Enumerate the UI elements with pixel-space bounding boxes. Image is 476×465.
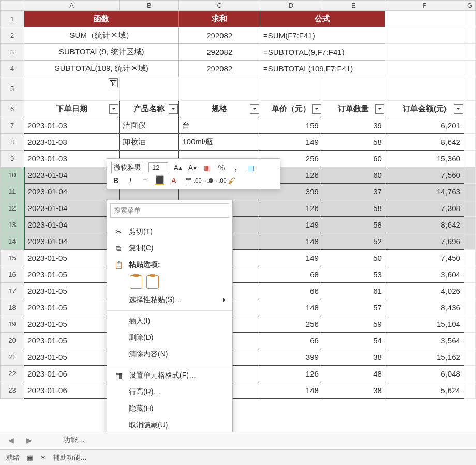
row-10[interactable]: 10 bbox=[1, 167, 24, 184]
col-G[interactable]: G bbox=[464, 1, 475, 11]
row-6[interactable]: 6 bbox=[1, 101, 24, 117]
col-C[interactable]: C bbox=[179, 1, 260, 11]
menu-copy[interactable]: ⧉ 复制(C) bbox=[107, 240, 232, 257]
col-F[interactable]: F bbox=[385, 1, 464, 11]
row-21[interactable]: 21 bbox=[1, 349, 24, 366]
filter-icon[interactable] bbox=[109, 78, 118, 87]
fill-color-icon[interactable]: ⬛ bbox=[155, 176, 164, 185]
row-22[interactable]: 22 bbox=[1, 366, 24, 382]
menu-cut[interactable]: ✂ 剪切(T) bbox=[107, 223, 232, 240]
grow-font-icon[interactable]: A▴ bbox=[173, 163, 183, 172]
paste-option-2-icon[interactable] bbox=[146, 275, 159, 289]
filter-amount[interactable] bbox=[454, 104, 463, 114]
table-row[interactable]: 172023-01-0566614,026 bbox=[1, 283, 476, 299]
table-row[interactable]: 222023-01-06126486,048 bbox=[1, 366, 476, 382]
table-row[interactable]: 72023-01-03洁面仪台159396,201 bbox=[1, 117, 476, 134]
table-row[interactable]: 192023-01-052565915,104 bbox=[1, 316, 476, 333]
row-16[interactable]: 16 bbox=[1, 266, 24, 283]
font-size[interactable]: 12 bbox=[148, 162, 168, 172]
row-5[interactable]: 5 bbox=[1, 77, 24, 101]
menu-hide[interactable]: 隐藏(H) bbox=[107, 400, 232, 417]
sheet-tab-bar[interactable]: ◀ ▶ 功能… bbox=[0, 432, 476, 447]
row-9[interactable]: 9 bbox=[1, 151, 24, 167]
bold-icon[interactable]: B bbox=[111, 176, 121, 185]
table-row[interactable]: 162023-01-0568533,604 bbox=[1, 266, 476, 283]
cell-style-icon[interactable]: ▤ bbox=[246, 163, 255, 172]
menu-paste-special[interactable]: 选择性粘贴(S)… bbox=[107, 292, 232, 308]
fn-2[interactable]: SUM（统计区域） bbox=[24, 27, 179, 44]
sum-2[interactable]: 292082 bbox=[179, 27, 260, 44]
table-row[interactable]: 132023-01-04149588,642 bbox=[1, 217, 476, 233]
menu-insert[interactable]: 插入(I) bbox=[107, 313, 232, 329]
row-8[interactable]: 8 bbox=[1, 134, 24, 151]
sum-3[interactable]: 292082 bbox=[179, 44, 260, 61]
row-7[interactable]: 7 bbox=[1, 117, 24, 134]
row-15[interactable]: 15 bbox=[1, 250, 24, 266]
fn-3[interactable]: SUBTOTAL(9, 统计区域) bbox=[24, 44, 179, 61]
formula-4[interactable]: =SUBTOTAL(109,F7:F41) bbox=[260, 61, 385, 77]
mini-toolbar[interactable]: 微软雅黑 12 A▴ A▾ ▦ % , ▤ B I ≡ ⬛ A ▦ .00→.0… bbox=[107, 158, 280, 189]
row-4[interactable]: 4 bbox=[1, 61, 24, 77]
spreadsheet-grid[interactable]: A B C D E F G 1 函数 求和 公式 2 SUM（统计区域） 292… bbox=[0, 0, 476, 424]
row-19[interactable]: 19 bbox=[1, 316, 24, 333]
row-2[interactable]: 2 bbox=[1, 27, 24, 44]
borders-icon[interactable]: ▦ bbox=[184, 176, 193, 185]
format-painter-icon[interactable]: 🖌 bbox=[227, 176, 236, 185]
menu-row-height[interactable]: 行高(R)… bbox=[107, 384, 232, 400]
row-3[interactable]: 3 bbox=[1, 44, 24, 61]
table-row[interactable]: 152023-01-05149507,450 bbox=[1, 250, 476, 266]
font-selector[interactable]: 微软雅黑 bbox=[111, 162, 143, 173]
row-12[interactable]: 12 bbox=[1, 200, 24, 217]
table-row[interactable]: 202023-01-0566543,564 bbox=[1, 333, 476, 349]
sum-4[interactable]: 292082 bbox=[179, 61, 260, 77]
italic-icon[interactable]: I bbox=[126, 176, 135, 185]
accessibility-icon[interactable]: ✶ bbox=[40, 454, 46, 461]
table-row[interactable]: 232023-01-06148385,624 bbox=[1, 382, 476, 399]
formula-3[interactable]: =SUBTOTAL(9,F7:F41) bbox=[260, 44, 385, 61]
filter-qty[interactable] bbox=[375, 104, 384, 114]
row-18[interactable]: 18 bbox=[1, 299, 24, 316]
row-17[interactable]: 17 bbox=[1, 283, 24, 299]
paste-option-1-icon[interactable] bbox=[130, 275, 142, 289]
menu-format-cells[interactable]: ▦ 设置单元格格式(F)… bbox=[107, 367, 232, 384]
fn-4[interactable]: SUBTOTAL(109, 统计区域) bbox=[24, 61, 179, 77]
row-1[interactable]: 1 bbox=[1, 11, 24, 27]
table-row[interactable]: 142023-01-04148527,696 bbox=[1, 233, 476, 250]
align-icon[interactable]: ≡ bbox=[140, 176, 150, 185]
filter-price[interactable] bbox=[312, 104, 321, 114]
shrink-font-icon[interactable]: A▾ bbox=[188, 163, 197, 172]
table-row[interactable]: 82023-01-03卸妆油100ml/瓶149588,642 bbox=[1, 134, 476, 151]
status-macro-icon[interactable]: ▣ bbox=[27, 454, 33, 461]
col-A[interactable]: A bbox=[24, 1, 120, 11]
col-B[interactable]: B bbox=[120, 1, 179, 11]
menu-clear[interactable]: 清除内容(N) bbox=[107, 346, 232, 363]
col-D[interactable]: D bbox=[260, 1, 322, 11]
row-20[interactable]: 20 bbox=[1, 333, 24, 349]
row-14[interactable]: 14 bbox=[1, 233, 24, 250]
tab-nav-next-icon[interactable]: ▶ bbox=[24, 436, 34, 444]
filter-spec[interactable] bbox=[250, 104, 259, 114]
select-all-corner[interactable] bbox=[1, 1, 24, 11]
menu-search[interactable]: 搜索菜单 bbox=[110, 203, 229, 218]
sheet-tab-1[interactable]: 功能… bbox=[63, 436, 85, 445]
row-13[interactable]: 13 bbox=[1, 217, 24, 233]
col-E[interactable]: E bbox=[322, 1, 385, 11]
increase-decimal-icon[interactable]: .0→.00 bbox=[213, 176, 222, 185]
font-color-icon[interactable]: A bbox=[169, 176, 178, 185]
thousands-icon[interactable]: , bbox=[231, 163, 241, 172]
menu-delete[interactable]: 删除(D) bbox=[107, 329, 232, 346]
table-row[interactable]: 122023-01-04126587,308 bbox=[1, 200, 476, 217]
filter-date[interactable] bbox=[109, 104, 118, 114]
percent-icon[interactable]: % bbox=[217, 163, 226, 172]
row-11[interactable]: 11 bbox=[1, 184, 24, 200]
row-23[interactable]: 23 bbox=[1, 382, 24, 399]
decrease-decimal-icon[interactable]: .00→.0 bbox=[198, 176, 207, 185]
format-cells-icon[interactable]: ▦ bbox=[202, 163, 212, 172]
table-row[interactable]: 212023-01-053993815,162 bbox=[1, 349, 476, 366]
menu-unhide[interactable]: 取消隐藏(U) bbox=[107, 417, 232, 433]
filter-product[interactable] bbox=[169, 104, 178, 114]
tab-nav-prev-icon[interactable]: ◀ bbox=[6, 436, 16, 444]
formula-2[interactable]: =SUM(F7:F41) bbox=[260, 27, 385, 44]
status-access[interactable]: 辅助功能… bbox=[53, 453, 87, 462]
table-row[interactable]: 182023-01-05148578,436 bbox=[1, 299, 476, 316]
